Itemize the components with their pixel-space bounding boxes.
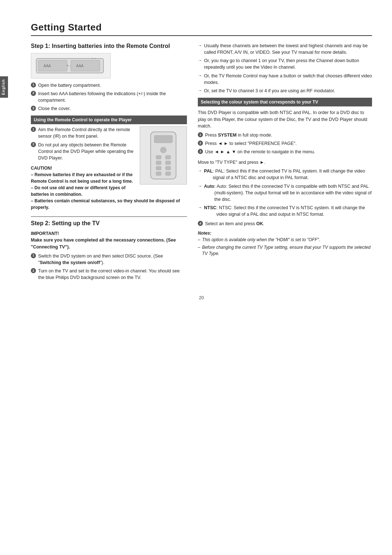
- colour-step-1-text: Press SYSTEM in full stop mode.: [205, 132, 272, 138]
- svg-text:AAA: AAA: [44, 64, 51, 68]
- svg-text:→: →: [93, 56, 97, 60]
- colour-num-2: 2: [198, 141, 203, 146]
- svg-rect-14: [156, 161, 161, 165]
- caution-item-1: – Remove batteries if they are exhausted…: [31, 172, 133, 184]
- step1-heading: Step 1: Inserting batteries into the Rem…: [31, 42, 187, 50]
- svg-rect-17: [166, 166, 171, 170]
- step1-item-3: 3 Close the cover.: [31, 105, 187, 112]
- svg-text:AAA: AAA: [76, 64, 83, 68]
- caution-item-2: – Do not use old and new or different ty…: [31, 185, 126, 197]
- left-column: Step 1: Inserting batteries into the Rem…: [31, 42, 187, 284]
- page-title: Getting Started: [31, 22, 372, 33]
- notes-section: Notes: This option is available only whe…: [198, 231, 372, 257]
- select-num-4: 4: [198, 221, 203, 226]
- colour-intro: This DVD Player is compatible with both …: [198, 109, 372, 130]
- colour-num-1: 1: [198, 132, 203, 137]
- svg-rect-13: [166, 155, 171, 159]
- colour-step-3: 3 Use ◄ ► ▲ ▼ on the remote to navigate …: [198, 149, 372, 155]
- step2-list: 1 Switch the DVD system on and then sele…: [31, 253, 187, 281]
- remote-num-2: 2: [31, 142, 36, 147]
- remote-num-1: 1: [31, 127, 36, 132]
- notes-item-1: This option is available only when the "…: [198, 237, 372, 243]
- step2-text-1: Switch the DVD system on and then select…: [38, 253, 187, 266]
- pal-item: PAL: PAL: Select this if the connected T…: [198, 168, 372, 181]
- svg-rect-1: [38, 60, 67, 71]
- remote-image: [140, 126, 187, 185]
- colour-step-2-text: Press ◄ ► to select "PREFERENCE PAGE".: [205, 140, 297, 147]
- svg-rect-15: [166, 161, 171, 165]
- svg-text:+: +: [66, 63, 69, 68]
- step2-rule: [31, 216, 187, 217]
- step2-num-1: 1: [31, 253, 36, 258]
- step1-item-1: 1 Open the battery compartment.: [31, 82, 187, 89]
- page-number: 20: [31, 295, 372, 300]
- svg-point-11: [160, 147, 166, 153]
- svg-rect-19: [166, 172, 171, 175]
- arrow-item-4: Or, set the TV to channel 3 or 4 if you …: [198, 88, 372, 94]
- move-text: Move to "TV TYPE" and press ►.: [198, 159, 372, 166]
- step2-num-2: 2: [31, 268, 36, 273]
- right-column: Usually these channels are between the l…: [198, 42, 372, 284]
- caution-title: CAUTION!: [31, 166, 52, 171]
- arrow-item-2: Or, you may go to channel 1 on your TV, …: [198, 57, 372, 70]
- select-text: Select an item and press OK.: [205, 220, 264, 227]
- step2-heading: Step 2: Setting up the TV: [31, 220, 187, 227]
- step1-num-3: 3: [31, 106, 36, 111]
- step2-item-1: 1 Switch the DVD system on and then sele…: [31, 253, 187, 266]
- step2-important-text: Make sure you have completed all the nec…: [31, 238, 176, 250]
- arrow-items: Usually these channels are between the l…: [198, 42, 372, 94]
- using-remote-box: Using the Remote Control to operate the …: [31, 116, 187, 124]
- svg-rect-16: [156, 166, 161, 170]
- step2-important-title: IMPORTANT!: [31, 231, 59, 236]
- svg-rect-12: [156, 155, 161, 159]
- step2-important: IMPORTANT! Make sure you have completed …: [31, 230, 187, 251]
- select-step-4: 4 Select an item and press OK.: [198, 220, 372, 227]
- colour-num-3: 3: [198, 149, 203, 154]
- step1-num-2: 2: [31, 91, 36, 96]
- battery-image: AAA AAA + - ← →: [31, 53, 111, 78]
- svg-text:-: -: [69, 63, 71, 68]
- colour-step-2: 2 Press ◄ ► to select "PREFERENCE PAGE".: [198, 140, 372, 147]
- notes-title: Notes:: [198, 231, 372, 236]
- remote-section: 1 Aim the Remote Control directly at the…: [31, 126, 187, 211]
- remote-substep-2: 2 Do not put any objects between the Rem…: [31, 142, 136, 161]
- colour-steps: 1 Press SYSTEM in full stop mode. 2 Pres…: [198, 132, 372, 155]
- ntsc-item: NTSC: NTSC: Select this if the connected…: [198, 204, 372, 218]
- language-tab: English: [0, 76, 8, 98]
- arrow-item-3: Or, the TV Remote Control may have a but…: [198, 73, 372, 86]
- step2-item-2: 2 Turn on the TV and set to the correct …: [31, 268, 187, 281]
- colour-step-3-text: Use ◄ ► ▲ ▼ on the remote to navigate in…: [205, 149, 315, 155]
- step1-item-2: 2 Insert two AAA batteries following the…: [31, 90, 187, 104]
- select-step: 4 Select an item and press OK.: [198, 220, 372, 227]
- notes-item-2: Before changing the current TV Type sett…: [198, 244, 372, 257]
- page-title-rule: [31, 35, 372, 36]
- step1-num-1: 1: [31, 82, 36, 88]
- svg-rect-18: [156, 172, 161, 175]
- svg-rect-2: [71, 60, 100, 71]
- caution-item-3: – Batteries contain chemical substances,…: [31, 198, 180, 210]
- step1-list: 1 Open the battery compartment. 2 Insert…: [31, 82, 187, 112]
- remote-substep-1: 1 Aim the Remote Control directly at the…: [31, 126, 136, 139]
- auto-item: Auto: Auto: Select this if the connected…: [198, 183, 372, 203]
- arrow-item-1: Usually these channels are between the l…: [198, 42, 372, 56]
- svg-rect-10: [154, 135, 172, 143]
- colour-step-1: 1 Press SYSTEM in full stop mode.: [198, 132, 372, 138]
- colour-system-box: Selecting the colour system that corresp…: [198, 98, 372, 106]
